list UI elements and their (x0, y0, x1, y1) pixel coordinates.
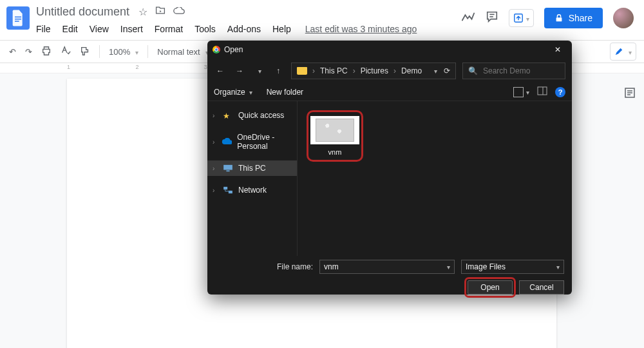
caret-down-icon (525, 88, 529, 97)
close-button[interactable]: ✕ (549, 43, 567, 56)
nav-up-icon[interactable]: ↑ (272, 66, 285, 75)
spellcheck-icon[interactable] (61, 46, 71, 58)
caret-down-icon (248, 88, 252, 97)
dialog-footer: File name: vnm Image Files Open Cancel (207, 256, 572, 295)
menu-file[interactable]: File (36, 24, 51, 34)
search-box[interactable]: 🔍 (462, 63, 565, 79)
ruler-tick: 1 (67, 64, 70, 70)
svg-rect-0 (15, 17, 21, 18)
docs-menubar: File Edit View Insert Format Tools Add-o… (36, 22, 417, 36)
comments-icon[interactable] (486, 10, 498, 26)
help-icon[interactable]: ? (555, 87, 565, 97)
folder-icon (297, 67, 307, 75)
search-icon: 🔍 (468, 66, 478, 75)
open-button[interactable]: Open (468, 280, 513, 295)
lock-icon (554, 14, 564, 23)
breadcrumb-item[interactable]: Demo (401, 66, 422, 75)
docs-title-area: Untitled document ☆ File Edit View Inser… (36, 4, 417, 36)
caret-down-icon[interactable] (446, 262, 450, 271)
chevron-right-icon: › (353, 66, 355, 75)
dialog-titlebar[interactable]: Open ✕ (207, 41, 572, 59)
svg-rect-13 (223, 165, 232, 170)
chevron-right-icon: › (312, 66, 315, 75)
present-caret-icon (525, 12, 529, 24)
chevron-right-icon: › (213, 112, 218, 119)
star-icon: ★ (223, 111, 233, 119)
menu-tools[interactable]: Tools (194, 24, 216, 34)
docs-logo[interactable] (6, 6, 30, 30)
tree-quick-access[interactable]: › ★ Quick access (207, 108, 297, 123)
file-item-vnm[interactable]: vnm (307, 110, 363, 162)
dialog-title: Open (224, 45, 243, 54)
tree-label: OneDrive - Personal (237, 133, 292, 151)
breadcrumb-item[interactable]: This PC (320, 66, 348, 75)
preview-pane-button[interactable] (537, 86, 547, 98)
menu-addons[interactable]: Add-ons (227, 24, 261, 34)
address-bar[interactable]: › This PC › Pictures › Demo ⟳ (291, 63, 456, 79)
filename-label: File name: (277, 262, 313, 271)
cancel-button[interactable]: Cancel (519, 280, 564, 295)
svg-rect-14 (226, 170, 229, 171)
activity-icon[interactable] (461, 12, 475, 24)
menu-edit[interactable]: Edit (62, 24, 78, 34)
document-title[interactable]: Untitled document (36, 5, 129, 19)
menu-view[interactable]: View (90, 24, 109, 34)
filetype-select[interactable]: Image Files (461, 260, 564, 274)
nav-forward-icon[interactable]: → (233, 66, 246, 75)
file-list[interactable]: vnm (298, 101, 572, 256)
cloud-status-icon[interactable] (173, 6, 185, 17)
cloud-icon (222, 138, 232, 146)
star-icon[interactable]: ☆ (138, 6, 147, 18)
ruler-tick: 2 (135, 64, 138, 70)
svg-rect-15 (223, 187, 227, 189)
docs-header-right: Share (461, 8, 638, 28)
print-icon[interactable] (41, 46, 52, 58)
move-icon[interactable] (155, 6, 166, 17)
toolbar-separator (99, 45, 100, 58)
chevron-right-icon: › (213, 187, 218, 194)
menu-help[interactable]: Help (272, 24, 291, 34)
dialog-command-bar: Organize New folder ? (207, 83, 572, 101)
refresh-icon[interactable]: ⟳ (444, 66, 450, 75)
present-button[interactable] (509, 9, 534, 27)
share-button[interactable]: Share (544, 8, 603, 28)
view-thumb-icon (513, 87, 524, 97)
file-thumbnail (310, 116, 359, 144)
caret-down-icon (555, 262, 560, 271)
menu-format[interactable]: Format (155, 24, 183, 34)
svg-rect-11 (538, 87, 547, 95)
breadcrumb-item[interactable]: Pictures (361, 66, 388, 75)
tree-label: This PC (238, 164, 266, 173)
dialog-body: › ★ Quick access › OneDrive - Personal ›… (207, 101, 572, 256)
paint-format-icon[interactable] (80, 46, 90, 58)
menu-insert[interactable]: Insert (120, 24, 143, 34)
paragraph-style-select[interactable]: Normal text (157, 47, 208, 57)
tree-onedrive[interactable]: › OneDrive - Personal (207, 130, 297, 154)
search-input[interactable] (483, 66, 560, 75)
nav-history-icon[interactable] (252, 66, 265, 75)
new-folder-button[interactable]: New folder (267, 88, 303, 97)
redo-icon[interactable]: ↷ (25, 47, 32, 57)
organize-button[interactable]: Organize (214, 88, 252, 97)
tree-this-pc[interactable]: › This PC (207, 160, 297, 176)
outline-icon[interactable] (621, 84, 639, 102)
editing-mode-button[interactable] (610, 43, 636, 61)
tree-network[interactable]: › Network (207, 182, 297, 198)
file-open-dialog: Open ✕ ← → ↑ › This PC › Pictures › Demo… (207, 41, 572, 295)
chrome-icon (213, 46, 220, 53)
nav-tree: › ★ Quick access › OneDrive - Personal ›… (207, 101, 298, 256)
dialog-nav: ← → ↑ › This PC › Pictures › Demo ⟳ 🔍 (207, 59, 572, 83)
svg-rect-1 (15, 19, 21, 20)
caret-down-icon (134, 47, 138, 57)
undo-icon[interactable]: ↶ (9, 47, 16, 57)
zoom-select[interactable]: 100% (109, 47, 138, 57)
account-avatar[interactable] (613, 8, 634, 28)
pencil-icon (614, 47, 623, 56)
view-mode-button[interactable] (513, 87, 529, 97)
filename-input[interactable]: vnm (319, 260, 455, 274)
tree-label: Network (238, 186, 267, 195)
path-dropdown-icon[interactable] (433, 66, 437, 75)
docs-file-icon (12, 10, 24, 26)
last-edit-link[interactable]: Last edit was 3 minutes ago (305, 24, 417, 34)
nav-back-icon[interactable]: ← (214, 66, 227, 75)
